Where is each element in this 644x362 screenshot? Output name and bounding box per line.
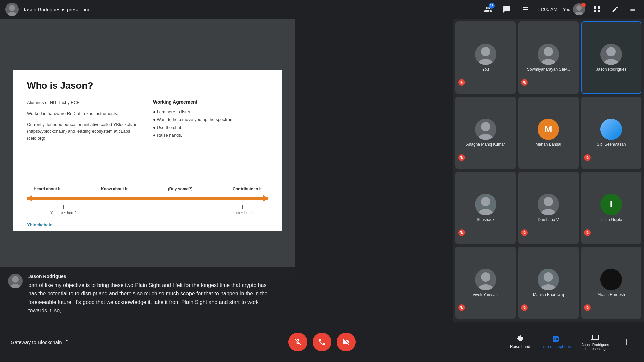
mute-button[interactable] xyxy=(288,333,307,351)
bottom-right-controls: Raise hand Turn off captions Jason Rodri… xyxy=(510,333,633,351)
participants-button[interactable]: 13 xyxy=(481,3,495,16)
mute-badge-anagha xyxy=(458,154,465,161)
slide-title: Who is Jason? xyxy=(27,80,268,91)
participant-name-anagha: Anagha Manoj Kumar xyxy=(465,142,506,147)
participant-tile-sibi[interactable]: Sibi Seenivasan xyxy=(581,97,641,169)
pen-button[interactable] xyxy=(609,3,621,15)
svg-point-8 xyxy=(544,47,553,56)
svg-point-5 xyxy=(10,284,21,288)
more-options-top[interactable] xyxy=(627,3,639,15)
top-bar: Jason Rodrigues is presenting 13 11:05 A… xyxy=(0,0,644,19)
caption-speaker-name: Jason Rodrigues xyxy=(28,274,268,279)
participant-tile-shashank[interactable]: Shashank xyxy=(455,172,516,244)
caption-speaker-avatar xyxy=(8,274,23,288)
participant-count-badge: 13 xyxy=(489,3,495,9)
svg-point-20 xyxy=(544,272,553,282)
participants-panel: You Sowmiyanarayan Selv... Jason Rodrigu… xyxy=(453,19,644,322)
captions-label: Turn off captions xyxy=(541,344,571,349)
participant-avatar-you xyxy=(475,44,496,65)
svg-point-18 xyxy=(481,272,490,282)
svg-point-14 xyxy=(481,197,490,206)
spectrum-labels: Heard about it Know about it (Buy some?)… xyxy=(27,187,268,191)
slide-right-content: Working Agreement I am here to listen Wa… xyxy=(153,99,268,146)
raise-hand-action[interactable]: Raise hand xyxy=(510,335,530,349)
presenter-avatar xyxy=(5,3,19,16)
participant-tile-manan[interactable]: M Manan Bansal xyxy=(518,97,578,169)
more-button[interactable] xyxy=(620,335,633,349)
meeting-title-chevron[interactable]: ⌃ xyxy=(65,338,70,346)
svg-point-17 xyxy=(541,209,556,215)
slide-brand: Yblockchain xyxy=(27,222,53,227)
participant-avatar-anagha xyxy=(475,119,496,140)
marker-label-1: You are ~ here? xyxy=(50,210,76,215)
svg-point-19 xyxy=(478,284,493,290)
participant-tile-vivek[interactable]: Vivek Yamsani xyxy=(455,247,516,319)
mute-badge-ishita xyxy=(584,229,591,236)
participant-tile-manish[interactable]: Manish Bhardwaj xyxy=(518,247,578,319)
participant-avatar-darshana xyxy=(538,194,559,215)
participant-avatar-akash xyxy=(600,269,622,290)
caption-box: Jason Rodrigues part of like my objectiv… xyxy=(0,267,295,322)
spectrum-line xyxy=(27,197,268,200)
spectrum-section: Heard about it Know about it (Buy some?)… xyxy=(27,187,268,215)
participant-avatar-manan: M xyxy=(538,119,559,140)
arrow-right xyxy=(263,195,268,202)
caption-area: Jason Rodrigues part of like my objectiv… xyxy=(0,267,295,322)
spectrum-label-3: (Buy some?) xyxy=(168,187,193,191)
notification-dot xyxy=(581,3,586,7)
spectrum-label-4: Contribute to it xyxy=(233,187,262,191)
bottom-left: Gateway to Blockchain ⌃ xyxy=(11,338,70,346)
participant-name-ishita: Ishita Gupta xyxy=(599,217,624,222)
slide-text-1: Alumnus of NIT Trichy ECE xyxy=(27,99,142,106)
participant-avatar-shashank xyxy=(475,194,496,215)
grid-view-button[interactable] xyxy=(590,3,604,16)
end-call-button[interactable] xyxy=(313,333,331,351)
svg-point-13 xyxy=(478,134,493,140)
chat-button[interactable] xyxy=(500,3,514,16)
participant-tile-anagha[interactable]: Anagha Manoj Kumar xyxy=(455,97,516,169)
participant-tile-akash[interactable]: Akash Ramesh xyxy=(581,247,641,319)
presenter-name: Jason Rodrigues is presenting xyxy=(23,7,91,12)
caption-content: Jason Rodrigues part of like my objectiv… xyxy=(28,274,268,315)
svg-point-0 xyxy=(9,5,15,11)
participant-tile-jason[interactable]: Jason Rodrigues xyxy=(581,21,641,94)
slide-text-2: Worked in hardware RnD at Texas Instrume… xyxy=(27,110,142,117)
slide: Who is Jason? Alumnus of NIT Trichy ECE … xyxy=(13,70,282,231)
stop-video-button[interactable] xyxy=(337,333,356,351)
presenting-action[interactable]: Jason Rodrigues is presenting xyxy=(581,333,609,351)
svg-point-11 xyxy=(604,59,619,65)
mute-badge-manish xyxy=(521,304,528,311)
svg-point-6 xyxy=(481,47,490,56)
marker-line-2 xyxy=(242,205,243,209)
spectrum-label-1: Heard about it xyxy=(34,187,61,191)
svg-point-10 xyxy=(606,47,616,56)
participant-tile-darshana[interactable]: Darshana V xyxy=(518,172,578,244)
svg-point-15 xyxy=(478,209,493,215)
participant-tile-sowmi[interactable]: Sowmiyanarayan Selv... xyxy=(518,21,578,94)
bottom-bar: Gateway to Blockchain ⌃ Raise hand xyxy=(0,322,644,362)
captions-action[interactable]: Turn off captions xyxy=(541,335,571,349)
participant-avatar-sowmi xyxy=(538,44,559,65)
activities-button[interactable] xyxy=(519,3,532,16)
svg-point-21 xyxy=(541,284,556,290)
svg-point-1 xyxy=(7,12,17,16)
participant-tile-you[interactable]: You xyxy=(455,21,516,94)
mute-badge-you xyxy=(458,79,465,86)
participant-name-darshana: Darshana V xyxy=(536,217,560,222)
slide-text-3: Currently, founded education initiative … xyxy=(27,121,142,142)
slide-left-content: Alumnus of NIT Trichy ECE Worked in hard… xyxy=(27,99,142,146)
svg-point-4 xyxy=(12,276,19,283)
wa-item-4: Raise hands. xyxy=(153,131,268,139)
spectrum-label-2: Know about it xyxy=(101,187,127,191)
participant-name-you: You xyxy=(481,67,490,72)
top-bar-left: Jason Rodrigues is presenting xyxy=(5,3,481,16)
user-avatar-container[interactable] xyxy=(573,3,585,15)
caption-text: part of like my objective is to bring th… xyxy=(28,281,268,315)
wa-item-3: Use the chat. xyxy=(153,124,268,131)
participant-tile-ishita[interactable]: I Ishita Gupta xyxy=(581,172,641,244)
top-bar-right: 13 11:05 AM You xyxy=(481,3,639,16)
participant-name-shashank: Shashank xyxy=(475,217,496,222)
mute-badge-darshana xyxy=(521,229,528,236)
slide-container: Who is Jason? Alumnus of NIT Trichy ECE … xyxy=(0,19,295,282)
wa-item-2: Want to help move you up the spectrum. xyxy=(153,116,268,123)
